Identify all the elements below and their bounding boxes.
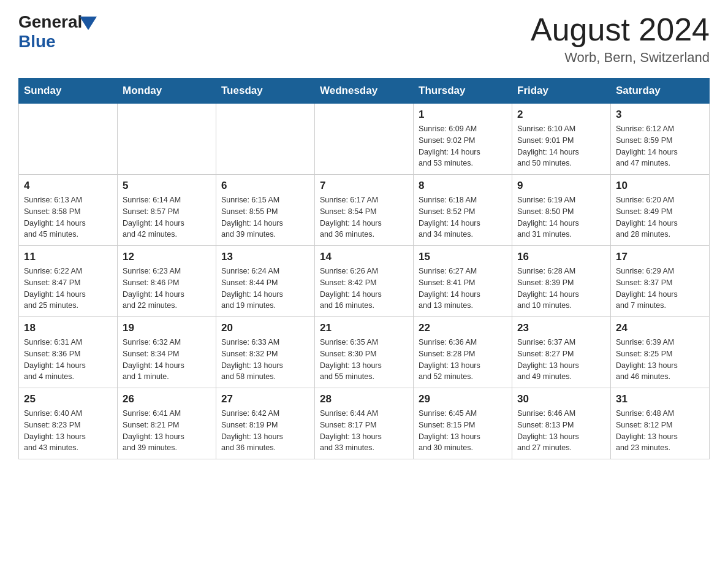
month-title: August 2024 [531,12,710,47]
day-info: Sunrise: 6:26 AMSunset: 8:42 PMDaylight:… [320,266,408,312]
day-info: Sunrise: 6:23 AMSunset: 8:46 PMDaylight:… [123,266,211,312]
day-number: 12 [123,251,211,263]
day-info: Sunrise: 6:48 AMSunset: 8:12 PMDaylight:… [616,408,704,454]
day-info: Sunrise: 6:17 AMSunset: 8:54 PMDaylight:… [320,194,408,240]
calendar-cell: 27Sunrise: 6:42 AMSunset: 8:19 PMDayligh… [216,388,315,459]
week-row-1: 1Sunrise: 6:09 AMSunset: 9:02 PMDaylight… [19,104,710,175]
day-info: Sunrise: 6:10 AMSunset: 9:01 PMDaylight:… [517,123,605,169]
calendar-cell: 14Sunrise: 6:26 AMSunset: 8:42 PMDayligh… [315,246,414,317]
day-info: Sunrise: 6:12 AMSunset: 8:59 PMDaylight:… [616,123,704,169]
calendar-cell: 30Sunrise: 6:46 AMSunset: 8:13 PMDayligh… [512,388,611,459]
calendar-cell: 25Sunrise: 6:40 AMSunset: 8:23 PMDayligh… [19,388,118,459]
day-info: Sunrise: 6:40 AMSunset: 8:23 PMDaylight:… [24,408,112,454]
day-number: 27 [221,393,309,405]
calendar-cell: 21Sunrise: 6:35 AMSunset: 8:30 PMDayligh… [315,317,414,388]
weekday-header-row: SundayMondayTuesdayWednesdayThursdayFrid… [19,79,710,104]
calendar-cell [19,104,118,175]
day-number: 9 [517,180,605,192]
day-number: 25 [24,393,112,405]
day-info: Sunrise: 6:15 AMSunset: 8:55 PMDaylight:… [221,194,309,240]
calendar-cell [118,104,216,175]
day-number: 4 [24,180,112,192]
day-info: Sunrise: 6:37 AMSunset: 8:27 PMDaylight:… [517,337,605,383]
calendar-cell: 15Sunrise: 6:27 AMSunset: 8:41 PMDayligh… [414,246,512,317]
day-number: 29 [419,393,507,405]
day-info: Sunrise: 6:29 AMSunset: 8:37 PMDaylight:… [616,266,704,312]
calendar-cell: 24Sunrise: 6:39 AMSunset: 8:25 PMDayligh… [611,317,710,388]
week-row-3: 11Sunrise: 6:22 AMSunset: 8:47 PMDayligh… [19,246,710,317]
logo-triangle-icon [80,17,97,30]
day-info: Sunrise: 6:20 AMSunset: 8:49 PMDaylight:… [616,194,704,240]
logo: General Blue [18,12,97,52]
day-number: 22 [419,322,507,334]
day-info: Sunrise: 6:24 AMSunset: 8:44 PMDaylight:… [221,266,309,312]
title-area: August 2024 Worb, Bern, Switzerland [531,12,710,66]
calendar-cell: 18Sunrise: 6:31 AMSunset: 8:36 PMDayligh… [19,317,118,388]
calendar-cell: 22Sunrise: 6:36 AMSunset: 8:28 PMDayligh… [414,317,512,388]
day-info: Sunrise: 6:28 AMSunset: 8:39 PMDaylight:… [517,266,605,312]
calendar-cell: 12Sunrise: 6:23 AMSunset: 8:46 PMDayligh… [118,246,216,317]
weekday-header-thursday: Thursday [414,79,512,104]
day-info: Sunrise: 6:39 AMSunset: 8:25 PMDaylight:… [616,337,704,383]
calendar-cell: 6Sunrise: 6:15 AMSunset: 8:55 PMDaylight… [216,175,315,246]
day-number: 3 [616,109,704,121]
calendar-cell: 29Sunrise: 6:45 AMSunset: 8:15 PMDayligh… [414,388,512,459]
day-info: Sunrise: 6:36 AMSunset: 8:28 PMDaylight:… [419,337,507,383]
day-number: 16 [517,251,605,263]
calendar-table: SundayMondayTuesdayWednesdayThursdayFrid… [18,78,710,459]
week-row-5: 25Sunrise: 6:40 AMSunset: 8:23 PMDayligh… [19,388,710,459]
day-number: 14 [320,251,408,263]
logo-blue: Blue [18,32,97,52]
day-number: 23 [517,322,605,334]
calendar-cell: 26Sunrise: 6:41 AMSunset: 8:21 PMDayligh… [118,388,216,459]
calendar-cell: 10Sunrise: 6:20 AMSunset: 8:49 PMDayligh… [611,175,710,246]
calendar-cell: 5Sunrise: 6:14 AMSunset: 8:57 PMDaylight… [118,175,216,246]
day-info: Sunrise: 6:31 AMSunset: 8:36 PMDaylight:… [24,337,112,383]
day-info: Sunrise: 6:42 AMSunset: 8:19 PMDaylight:… [221,408,309,454]
weekday-header-wednesday: Wednesday [315,79,414,104]
day-info: Sunrise: 6:45 AMSunset: 8:15 PMDaylight:… [419,408,507,454]
calendar-cell: 7Sunrise: 6:17 AMSunset: 8:54 PMDaylight… [315,175,414,246]
calendar-cell: 23Sunrise: 6:37 AMSunset: 8:27 PMDayligh… [512,317,611,388]
day-number: 5 [123,180,211,192]
weekday-header-sunday: Sunday [19,79,118,104]
day-info: Sunrise: 6:27 AMSunset: 8:41 PMDaylight:… [419,266,507,312]
calendar-cell: 9Sunrise: 6:19 AMSunset: 8:50 PMDaylight… [512,175,611,246]
day-number: 24 [616,322,704,334]
day-number: 18 [24,322,112,334]
logo-general: General [18,12,82,32]
day-number: 10 [616,180,704,192]
day-number: 6 [221,180,309,192]
weekday-header-tuesday: Tuesday [216,79,315,104]
day-info: Sunrise: 6:22 AMSunset: 8:47 PMDaylight:… [24,266,112,312]
calendar-cell [315,104,414,175]
day-number: 13 [221,251,309,263]
day-number: 1 [419,109,507,121]
day-number: 28 [320,393,408,405]
calendar-cell: 1Sunrise: 6:09 AMSunset: 9:02 PMDaylight… [414,104,512,175]
calendar-cell: 11Sunrise: 6:22 AMSunset: 8:47 PMDayligh… [19,246,118,317]
day-number: 17 [616,251,704,263]
day-number: 30 [517,393,605,405]
logo-text: General Blue [18,12,97,52]
calendar-cell: 2Sunrise: 6:10 AMSunset: 9:01 PMDaylight… [512,104,611,175]
calendar-cell: 19Sunrise: 6:32 AMSunset: 8:34 PMDayligh… [118,317,216,388]
day-number: 31 [616,393,704,405]
calendar-cell: 4Sunrise: 6:13 AMSunset: 8:58 PMDaylight… [19,175,118,246]
week-row-2: 4Sunrise: 6:13 AMSunset: 8:58 PMDaylight… [19,175,710,246]
calendar-cell: 17Sunrise: 6:29 AMSunset: 8:37 PMDayligh… [611,246,710,317]
calendar-cell [216,104,315,175]
day-number: 8 [419,180,507,192]
day-info: Sunrise: 6:09 AMSunset: 9:02 PMDaylight:… [419,123,507,169]
day-info: Sunrise: 6:35 AMSunset: 8:30 PMDaylight:… [320,337,408,383]
day-number: 19 [123,322,211,334]
calendar-cell: 20Sunrise: 6:33 AMSunset: 8:32 PMDayligh… [216,317,315,388]
calendar-cell: 16Sunrise: 6:28 AMSunset: 8:39 PMDayligh… [512,246,611,317]
calendar-cell: 8Sunrise: 6:18 AMSunset: 8:52 PMDaylight… [414,175,512,246]
weekday-header-monday: Monday [118,79,216,104]
calendar-cell: 13Sunrise: 6:24 AMSunset: 8:44 PMDayligh… [216,246,315,317]
day-number: 20 [221,322,309,334]
calendar-cell: 3Sunrise: 6:12 AMSunset: 8:59 PMDaylight… [611,104,710,175]
day-info: Sunrise: 6:44 AMSunset: 8:17 PMDaylight:… [320,408,408,454]
calendar-cell: 31Sunrise: 6:48 AMSunset: 8:12 PMDayligh… [611,388,710,459]
